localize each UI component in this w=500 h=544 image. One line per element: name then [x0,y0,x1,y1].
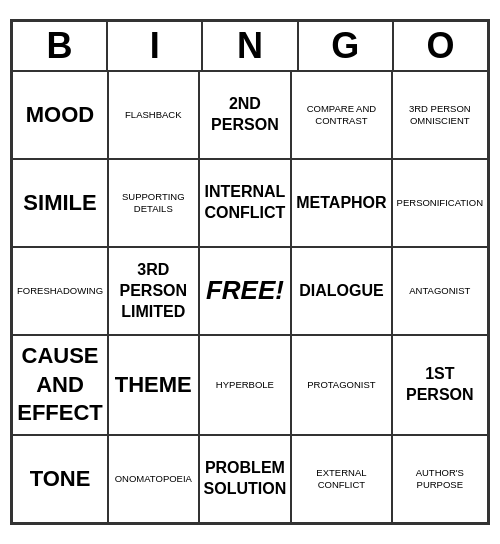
cell-r3-c4: 1ST PERSON [392,335,488,435]
cell-text-r3-c4: 1ST PERSON [397,364,483,406]
bingo-card: BINGO MOODFLASHBACK2ND PERSONCOMPARE AND… [10,19,490,525]
cell-text-r4-c3: EXTERNAL CONFLICT [296,467,386,492]
header-letter-o: O [393,21,488,71]
cell-r0-c3: COMPARE AND CONTRAST [291,71,391,159]
cell-text-r1-c2: INTERNAL CONFLICT [204,182,287,224]
header-letter-g: G [298,21,393,71]
cell-r4-c1: ONOMATOPOEIA [108,435,199,523]
cell-text-r1-c3: METAPHOR [296,193,386,214]
bingo-header: BINGO [12,21,488,71]
cell-text-r3-c2: HYPERBOLE [216,379,274,391]
cell-text-r4-c4: AUTHOR'S PURPOSE [397,467,483,492]
cell-text-r3-c0: CAUSE AND EFFECT [17,342,103,428]
cell-r2-c2: Free! [199,247,292,335]
cell-text-r1-c0: SIMILE [23,189,96,218]
cell-text-r2-c3: DIALOGUE [299,281,383,302]
cell-text-r2-c2: Free! [206,274,284,308]
cell-r2-c4: ANTAGONIST [392,247,488,335]
cell-r4-c3: EXTERNAL CONFLICT [291,435,391,523]
cell-text-r0-c2: 2ND PERSON [204,94,287,136]
cell-text-r1-c1: SUPPORTING DETAILS [113,191,194,216]
cell-r1-c3: METAPHOR [291,159,391,247]
cell-text-r0-c4: 3RD PERSON OMNISCIENT [397,103,483,128]
cell-r1-c1: SUPPORTING DETAILS [108,159,199,247]
cell-r2-c0: FORESHADOWING [12,247,108,335]
cell-r2-c1: 3RD PERSON LIMITED [108,247,199,335]
header-letter-n: N [202,21,297,71]
cell-text-r2-c0: FORESHADOWING [17,285,103,297]
cell-text-r4-c0: TONE [30,465,91,494]
cell-r3-c3: PROTAGONIST [291,335,391,435]
cell-r1-c0: SIMILE [12,159,108,247]
cell-text-r0-c0: MOOD [26,101,94,130]
cell-text-r0-c3: COMPARE AND CONTRAST [296,103,386,128]
cell-r1-c4: PERSONIFICATION [392,159,488,247]
cell-text-r1-c4: PERSONIFICATION [397,197,483,209]
header-letter-i: I [107,21,202,71]
cell-r4-c4: AUTHOR'S PURPOSE [392,435,488,523]
cell-text-r4-c2: PROBLEM SOLUTION [204,458,287,500]
cell-text-r2-c1: 3RD PERSON LIMITED [113,260,194,322]
cell-r3-c0: CAUSE AND EFFECT [12,335,108,435]
cell-r4-c0: TONE [12,435,108,523]
cell-text-r4-c1: ONOMATOPOEIA [115,473,192,485]
cell-r0-c4: 3RD PERSON OMNISCIENT [392,71,488,159]
header-letter-b: B [12,21,107,71]
cell-r0-c1: FLASHBACK [108,71,199,159]
cell-r3-c2: HYPERBOLE [199,335,292,435]
cell-text-r3-c1: THEME [115,371,192,400]
cell-r1-c2: INTERNAL CONFLICT [199,159,292,247]
cell-r4-c2: PROBLEM SOLUTION [199,435,292,523]
cell-text-r3-c3: PROTAGONIST [307,379,375,391]
cell-r2-c3: DIALOGUE [291,247,391,335]
cell-r3-c1: THEME [108,335,199,435]
bingo-grid: MOODFLASHBACK2ND PERSONCOMPARE AND CONTR… [12,71,488,523]
cell-r0-c0: MOOD [12,71,108,159]
cell-r0-c2: 2ND PERSON [199,71,292,159]
cell-text-r2-c4: ANTAGONIST [409,285,470,297]
cell-text-r0-c1: FLASHBACK [125,109,182,121]
